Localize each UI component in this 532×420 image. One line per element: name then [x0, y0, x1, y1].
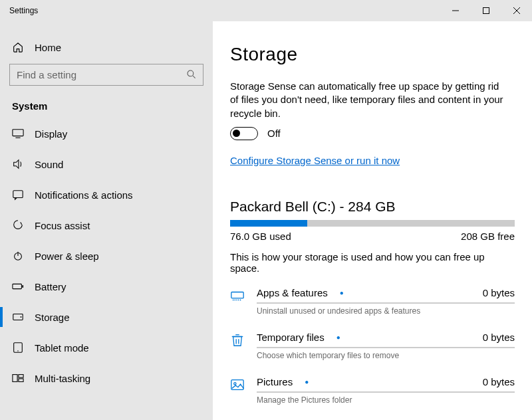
- loading-dot-icon: ●: [336, 334, 340, 341]
- category-subtitle: Uninstall unused or undesired apps & fea…: [257, 306, 515, 316]
- category-subtitle: Choose which temporary files to remove: [257, 351, 515, 360]
- maximize-button[interactable]: [471, 0, 501, 21]
- nav-notifications[interactable]: Notifications & actions: [0, 179, 213, 210]
- home-nav[interactable]: Home: [0, 35, 213, 60]
- category-bar: [257, 391, 515, 393]
- storage-icon: [12, 311, 24, 323]
- svg-rect-8: [13, 191, 23, 198]
- svg-point-31: [234, 382, 236, 384]
- usage-bar: [230, 220, 515, 227]
- tablet-icon: [12, 342, 24, 354]
- svg-rect-18: [19, 375, 23, 378]
- nav-power-sleep[interactable]: Power & sleep: [0, 241, 213, 271]
- nav-label: Multi-tasking: [35, 373, 90, 384]
- window-title: Settings: [9, 6, 440, 15]
- search-icon: [186, 69, 197, 80]
- svg-rect-12: [22, 285, 23, 288]
- apps-icon: [230, 288, 245, 303]
- svg-rect-17: [13, 375, 17, 382]
- nav-storage[interactable]: Storage: [0, 302, 213, 332]
- nav-sound[interactable]: Sound: [0, 149, 213, 179]
- trash-icon: [230, 333, 245, 348]
- category-bar: [257, 347, 515, 348]
- close-button[interactable]: [501, 0, 532, 21]
- category-temporary-files[interactable]: Temporary files ● 0 bytes Choose which t…: [230, 332, 515, 360]
- nav-battery[interactable]: Battery: [0, 271, 213, 302]
- svg-line-5: [193, 76, 196, 78]
- storage-sense-desc: Storage Sense can automatically free up …: [230, 80, 509, 120]
- configure-storage-sense-link[interactable]: Configure Storage Sense or run it now: [230, 155, 400, 166]
- home-label: Home: [35, 42, 61, 53]
- page-title: Storage: [230, 44, 515, 65]
- used-label: 76.0 GB used: [230, 231, 291, 242]
- nav-label: Sound: [35, 159, 63, 170]
- storage-hint: This is how your storage is used and how…: [230, 251, 515, 274]
- category-bar: [257, 302, 515, 304]
- svg-rect-6: [13, 130, 23, 136]
- focus-assist-icon: [12, 219, 24, 231]
- nav-label: Display: [35, 128, 67, 140]
- category-size: 0 bytes: [483, 287, 515, 298]
- free-label: 208 GB free: [461, 231, 515, 242]
- svg-point-4: [188, 70, 194, 76]
- drive-title: Packard Bell (C:) - 284 GB: [230, 199, 515, 215]
- svg-rect-11: [13, 284, 22, 288]
- titlebar: Settings: [0, 0, 532, 21]
- minimize-button[interactable]: [440, 0, 471, 21]
- battery-icon: [12, 280, 24, 292]
- nav-label: Battery: [35, 281, 66, 292]
- svg-rect-30: [231, 379, 243, 389]
- notifications-icon: [12, 189, 24, 201]
- category-name: Temporary files: [257, 332, 325, 343]
- loading-dot-icon: ●: [340, 289, 344, 296]
- main-panel: Storage Storage Sense can automatically …: [213, 21, 532, 420]
- sidebar: Home System Display Sound Notification: [0, 21, 213, 420]
- nav-tablet-mode[interactable]: Tablet mode: [0, 332, 213, 363]
- power-icon: [12, 250, 24, 262]
- category-size: 0 bytes: [483, 332, 515, 343]
- nav-label: Notifications & actions: [35, 189, 133, 201]
- nav-label: Storage: [35, 312, 70, 323]
- usage-bar-fill: [230, 220, 307, 227]
- category-name: Pictures: [257, 376, 293, 387]
- nav-multitasking[interactable]: Multi-tasking: [0, 363, 213, 393]
- category-list: Apps & features ● 0 bytes Uninstall unus…: [230, 287, 515, 405]
- multitasking-icon: [12, 372, 24, 384]
- search-input[interactable]: [9, 64, 203, 86]
- svg-point-16: [17, 350, 18, 351]
- display-icon: [12, 128, 24, 140]
- nav-display[interactable]: Display: [0, 118, 213, 149]
- nav-label: Tablet mode: [35, 342, 89, 354]
- svg-point-14: [21, 316, 22, 318]
- section-header: System: [0, 92, 213, 118]
- category-subtitle: Manage the Pictures folder: [257, 395, 515, 405]
- nav-list: Display Sound Notifications & actions Fo…: [0, 118, 213, 393]
- sound-icon: [12, 158, 24, 170]
- home-icon: [12, 41, 24, 53]
- nav-focus-assist[interactable]: Focus assist: [0, 210, 213, 241]
- storage-sense-toggle[interactable]: [230, 127, 258, 140]
- nav-label: Focus assist: [35, 220, 90, 231]
- svg-rect-20: [231, 292, 243, 298]
- category-size: 0 bytes: [483, 376, 515, 387]
- svg-rect-1: [483, 8, 489, 14]
- pictures-icon: [230, 377, 245, 392]
- search-box[interactable]: [9, 64, 203, 86]
- category-name: Apps & features: [257, 287, 328, 298]
- nav-label: Power & sleep: [35, 251, 99, 262]
- toggle-label: Off: [267, 128, 281, 139]
- category-pictures[interactable]: Pictures ● 0 bytes Manage the Pictures f…: [230, 376, 515, 405]
- category-apps-features[interactable]: Apps & features ● 0 bytes Uninstall unus…: [230, 287, 515, 316]
- svg-rect-19: [19, 379, 23, 382]
- loading-dot-icon: ●: [305, 378, 309, 385]
